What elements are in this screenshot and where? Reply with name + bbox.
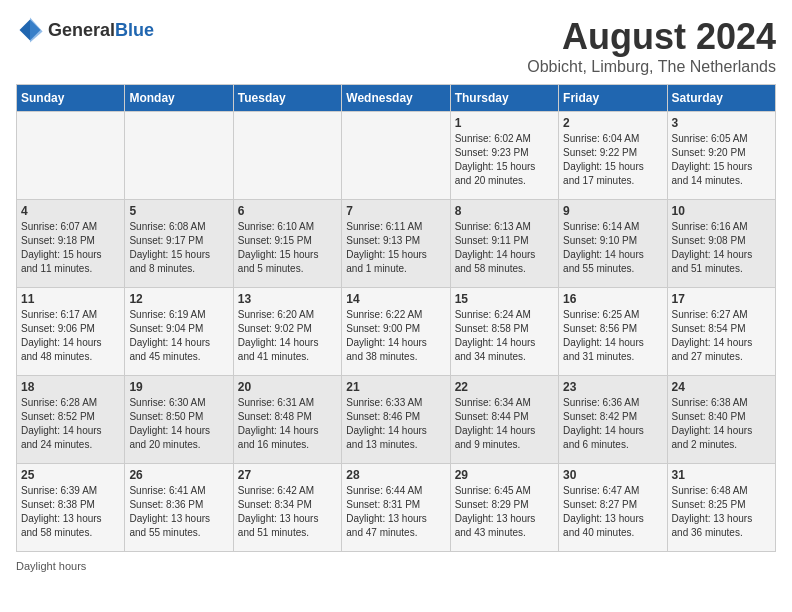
day-info: Sunrise: 6:39 AMSunset: 8:38 PMDaylight:… [21, 484, 120, 540]
day-info: Sunrise: 6:24 AMSunset: 8:58 PMDaylight:… [455, 308, 554, 364]
day-info: Sunrise: 6:31 AMSunset: 8:48 PMDaylight:… [238, 396, 337, 452]
day-number: 11 [21, 292, 120, 306]
calendar-cell: 23Sunrise: 6:36 AMSunset: 8:42 PMDayligh… [559, 376, 667, 464]
calendar-cell: 20Sunrise: 6:31 AMSunset: 8:48 PMDayligh… [233, 376, 341, 464]
day-number: 6 [238, 204, 337, 218]
footer-note: Daylight hours [16, 560, 776, 572]
day-info: Sunrise: 6:30 AMSunset: 8:50 PMDaylight:… [129, 396, 228, 452]
day-info: Sunrise: 6:07 AMSunset: 9:18 PMDaylight:… [21, 220, 120, 276]
calendar-cell: 19Sunrise: 6:30 AMSunset: 8:50 PMDayligh… [125, 376, 233, 464]
calendar-cell [342, 112, 450, 200]
col-friday: Friday [559, 85, 667, 112]
day-number: 14 [346, 292, 445, 306]
calendar-cell: 9Sunrise: 6:14 AMSunset: 9:10 PMDaylight… [559, 200, 667, 288]
day-info: Sunrise: 6:17 AMSunset: 9:06 PMDaylight:… [21, 308, 120, 364]
calendar-cell: 11Sunrise: 6:17 AMSunset: 9:06 PMDayligh… [17, 288, 125, 376]
logo-blue: Blue [115, 20, 154, 40]
col-wednesday: Wednesday [342, 85, 450, 112]
calendar-cell: 3Sunrise: 6:05 AMSunset: 9:20 PMDaylight… [667, 112, 775, 200]
day-info: Sunrise: 6:11 AMSunset: 9:13 PMDaylight:… [346, 220, 445, 276]
day-info: Sunrise: 6:10 AMSunset: 9:15 PMDaylight:… [238, 220, 337, 276]
calendar-cell: 5Sunrise: 6:08 AMSunset: 9:17 PMDaylight… [125, 200, 233, 288]
main-title: August 2024 [527, 16, 776, 58]
day-number: 9 [563, 204, 662, 218]
day-info: Sunrise: 6:38 AMSunset: 8:40 PMDaylight:… [672, 396, 771, 452]
day-info: Sunrise: 6:13 AMSunset: 9:11 PMDaylight:… [455, 220, 554, 276]
logo: GeneralBlue [16, 16, 154, 44]
calendar-week-2: 4Sunrise: 6:07 AMSunset: 9:18 PMDaylight… [17, 200, 776, 288]
day-number: 19 [129, 380, 228, 394]
day-info: Sunrise: 6:28 AMSunset: 8:52 PMDaylight:… [21, 396, 120, 452]
calendar-cell [233, 112, 341, 200]
page-header: GeneralBlue August 2024 Obbicht, Limburg… [16, 16, 776, 76]
calendar-cell: 24Sunrise: 6:38 AMSunset: 8:40 PMDayligh… [667, 376, 775, 464]
day-number: 5 [129, 204, 228, 218]
day-number: 16 [563, 292, 662, 306]
calendar-header: Sunday Monday Tuesday Wednesday Thursday… [17, 85, 776, 112]
day-number: 29 [455, 468, 554, 482]
day-info: Sunrise: 6:05 AMSunset: 9:20 PMDaylight:… [672, 132, 771, 188]
day-number: 1 [455, 116, 554, 130]
col-tuesday: Tuesday [233, 85, 341, 112]
calendar-cell: 7Sunrise: 6:11 AMSunset: 9:13 PMDaylight… [342, 200, 450, 288]
calendar-cell: 6Sunrise: 6:10 AMSunset: 9:15 PMDaylight… [233, 200, 341, 288]
day-number: 26 [129, 468, 228, 482]
day-number: 23 [563, 380, 662, 394]
day-number: 27 [238, 468, 337, 482]
day-info: Sunrise: 6:45 AMSunset: 8:29 PMDaylight:… [455, 484, 554, 540]
day-number: 22 [455, 380, 554, 394]
day-info: Sunrise: 6:42 AMSunset: 8:34 PMDaylight:… [238, 484, 337, 540]
col-thursday: Thursday [450, 85, 558, 112]
day-info: Sunrise: 6:19 AMSunset: 9:04 PMDaylight:… [129, 308, 228, 364]
logo-general: General [48, 20, 115, 40]
logo-icon [16, 16, 44, 44]
day-number: 20 [238, 380, 337, 394]
day-number: 31 [672, 468, 771, 482]
calendar-cell: 16Sunrise: 6:25 AMSunset: 8:56 PMDayligh… [559, 288, 667, 376]
calendar-cell [125, 112, 233, 200]
calendar-cell: 10Sunrise: 6:16 AMSunset: 9:08 PMDayligh… [667, 200, 775, 288]
calendar-cell: 4Sunrise: 6:07 AMSunset: 9:18 PMDaylight… [17, 200, 125, 288]
day-info: Sunrise: 6:33 AMSunset: 8:46 PMDaylight:… [346, 396, 445, 452]
day-info: Sunrise: 6:36 AMSunset: 8:42 PMDaylight:… [563, 396, 662, 452]
day-info: Sunrise: 6:48 AMSunset: 8:25 PMDaylight:… [672, 484, 771, 540]
calendar-cell: 21Sunrise: 6:33 AMSunset: 8:46 PMDayligh… [342, 376, 450, 464]
day-info: Sunrise: 6:25 AMSunset: 8:56 PMDaylight:… [563, 308, 662, 364]
day-number: 17 [672, 292, 771, 306]
col-saturday: Saturday [667, 85, 775, 112]
calendar-cell: 14Sunrise: 6:22 AMSunset: 9:00 PMDayligh… [342, 288, 450, 376]
col-monday: Monday [125, 85, 233, 112]
calendar-cell: 26Sunrise: 6:41 AMSunset: 8:36 PMDayligh… [125, 464, 233, 552]
day-info: Sunrise: 6:41 AMSunset: 8:36 PMDaylight:… [129, 484, 228, 540]
calendar-cell [17, 112, 125, 200]
calendar-cell: 22Sunrise: 6:34 AMSunset: 8:44 PMDayligh… [450, 376, 558, 464]
day-number: 18 [21, 380, 120, 394]
day-number: 28 [346, 468, 445, 482]
day-number: 7 [346, 204, 445, 218]
calendar-cell: 25Sunrise: 6:39 AMSunset: 8:38 PMDayligh… [17, 464, 125, 552]
calendar-week-4: 18Sunrise: 6:28 AMSunset: 8:52 PMDayligh… [17, 376, 776, 464]
calendar-cell: 28Sunrise: 6:44 AMSunset: 8:31 PMDayligh… [342, 464, 450, 552]
day-number: 4 [21, 204, 120, 218]
day-number: 2 [563, 116, 662, 130]
calendar-cell: 17Sunrise: 6:27 AMSunset: 8:54 PMDayligh… [667, 288, 775, 376]
calendar-cell: 13Sunrise: 6:20 AMSunset: 9:02 PMDayligh… [233, 288, 341, 376]
day-number: 13 [238, 292, 337, 306]
day-info: Sunrise: 6:14 AMSunset: 9:10 PMDaylight:… [563, 220, 662, 276]
calendar-cell: 2Sunrise: 6:04 AMSunset: 9:22 PMDaylight… [559, 112, 667, 200]
calendar-cell: 15Sunrise: 6:24 AMSunset: 8:58 PMDayligh… [450, 288, 558, 376]
day-number: 10 [672, 204, 771, 218]
day-info: Sunrise: 6:08 AMSunset: 9:17 PMDaylight:… [129, 220, 228, 276]
calendar-cell: 29Sunrise: 6:45 AMSunset: 8:29 PMDayligh… [450, 464, 558, 552]
day-info: Sunrise: 6:47 AMSunset: 8:27 PMDaylight:… [563, 484, 662, 540]
day-number: 25 [21, 468, 120, 482]
day-info: Sunrise: 6:02 AMSunset: 9:23 PMDaylight:… [455, 132, 554, 188]
calendar-body: 1Sunrise: 6:02 AMSunset: 9:23 PMDaylight… [17, 112, 776, 552]
calendar-week-1: 1Sunrise: 6:02 AMSunset: 9:23 PMDaylight… [17, 112, 776, 200]
calendar-cell: 31Sunrise: 6:48 AMSunset: 8:25 PMDayligh… [667, 464, 775, 552]
day-number: 12 [129, 292, 228, 306]
day-info: Sunrise: 6:04 AMSunset: 9:22 PMDaylight:… [563, 132, 662, 188]
day-number: 3 [672, 116, 771, 130]
day-number: 24 [672, 380, 771, 394]
calendar-cell: 8Sunrise: 6:13 AMSunset: 9:11 PMDaylight… [450, 200, 558, 288]
